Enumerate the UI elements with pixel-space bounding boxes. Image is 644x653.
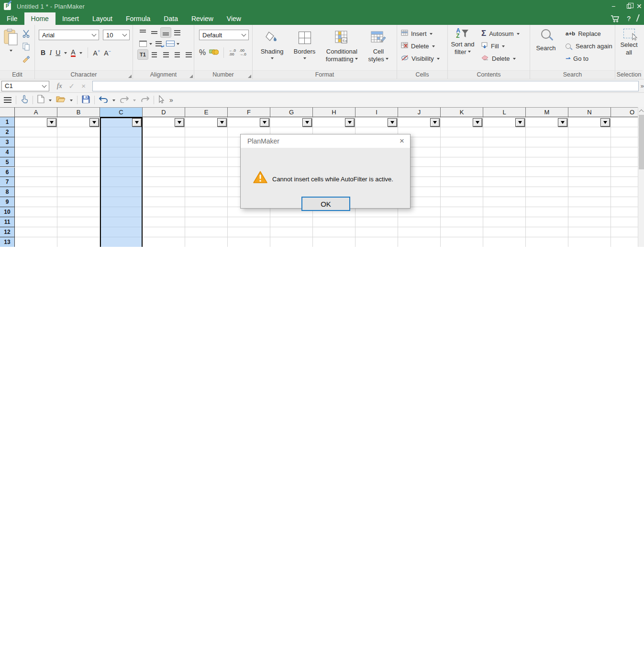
- autofilter-button-B[interactable]: [89, 118, 99, 127]
- select-all-corner[interactable]: [0, 107, 15, 117]
- column-header-D[interactable]: D: [143, 107, 185, 117]
- align-right-button[interactable]: [172, 50, 182, 59]
- row-header-2[interactable]: 2: [0, 127, 15, 137]
- cell-frame-button[interactable]: [138, 39, 148, 48]
- borders-button[interactable]: Borders: [294, 28, 316, 70]
- row-header-1[interactable]: 1: [0, 117, 15, 127]
- select-all-icon[interactable]: [623, 29, 635, 38]
- row-header-13[interactable]: 13: [0, 237, 15, 247]
- conditional-formatting-dropdown[interactable]: [355, 58, 358, 61]
- autofilter-button-I[interactable]: [388, 118, 397, 127]
- valign-bottom-button[interactable]: [161, 28, 171, 37]
- minimize-button[interactable]: −: [606, 0, 621, 12]
- repeat-icon[interactable]: [140, 96, 149, 105]
- dialog-title-bar[interactable]: PlanMaker ×: [241, 134, 410, 148]
- autofilter-button-M[interactable]: [558, 118, 567, 127]
- delete-contents-button[interactable]: Delete: [477, 52, 530, 65]
- tab-formula[interactable]: Formula: [119, 12, 157, 25]
- cut-icon[interactable]: [22, 30, 30, 40]
- percent-format-button[interactable]: %: [199, 48, 206, 57]
- save-icon[interactable]: [82, 95, 90, 105]
- delete-contents-dropdown[interactable]: [513, 58, 516, 61]
- row-header-6[interactable]: 6: [0, 167, 15, 177]
- align-left-button[interactable]: [149, 50, 159, 59]
- column-header-C[interactable]: C: [100, 107, 143, 117]
- autofilter-button-F[interactable]: [260, 118, 269, 127]
- column-header-L[interactable]: L: [483, 107, 526, 117]
- number-dialog-launcher[interactable]: [248, 75, 251, 78]
- select-all-button[interactable]: Selectall: [620, 41, 637, 56]
- undo-dropdown[interactable]: [112, 100, 115, 103]
- row-header-3[interactable]: 3: [0, 137, 15, 147]
- redo-icon[interactable]: [120, 96, 129, 105]
- ok-button[interactable]: OK: [301, 197, 350, 211]
- open-dropdown[interactable]: [70, 100, 73, 103]
- column-header-F[interactable]: F: [228, 107, 270, 117]
- row-header-9[interactable]: 9: [0, 197, 15, 207]
- row-header-4[interactable]: 4: [0, 147, 15, 157]
- autofilter-button-H[interactable]: [345, 118, 355, 127]
- grow-font-button[interactable]: A+: [93, 49, 100, 57]
- align-justify-button[interactable]: [184, 50, 194, 59]
- character-dialog-launcher[interactable]: [128, 75, 132, 78]
- formula-input[interactable]: [92, 81, 639, 91]
- visibility-dropdown[interactable]: [437, 58, 440, 61]
- autofilter-button-L[interactable]: [515, 118, 525, 127]
- alignment-dialog-launcher[interactable]: [189, 75, 193, 78]
- column-header-E[interactable]: E: [185, 107, 228, 117]
- merge-cells-dropdown[interactable]: [177, 43, 179, 46]
- fill-button[interactable]: Fill: [477, 40, 530, 52]
- column-header-A[interactable]: A: [15, 107, 57, 117]
- conditional-formatting-button[interactable]: ≤> Conditionalformatting: [326, 28, 358, 70]
- underline-dropdown[interactable]: [64, 52, 67, 55]
- delete-cells-button[interactable]: Delete: [397, 40, 447, 52]
- cell-frame-dropdown[interactable]: [149, 43, 152, 46]
- shading-dropdown[interactable]: [271, 57, 274, 61]
- restore-button[interactable]: [621, 0, 636, 12]
- column-header-G[interactable]: G: [270, 107, 313, 117]
- open-folder-icon[interactable]: [56, 95, 66, 105]
- column-header-B[interactable]: B: [57, 107, 100, 117]
- row-header-11[interactable]: 11: [0, 217, 15, 227]
- text-orientation-button[interactable]: T1: [138, 50, 148, 59]
- shading-button[interactable]: Shading: [261, 28, 284, 70]
- insert-function-button[interactable]: fx: [57, 82, 62, 90]
- merge-cells-button[interactable]: [165, 39, 175, 48]
- row-header-5[interactable]: 5: [0, 157, 15, 167]
- redo-dropdown[interactable]: [133, 100, 136, 103]
- insert-cells-button[interactable]: Insert: [397, 27, 447, 40]
- dialog-close-icon[interactable]: ×: [400, 136, 404, 146]
- selected-column-range[interactable]: [100, 117, 143, 247]
- valign-center-button[interactable]: [149, 28, 159, 37]
- underline-button[interactable]: U: [56, 49, 60, 56]
- autofilter-button-G[interactable]: [302, 118, 312, 127]
- tab-layout[interactable]: Layout: [86, 12, 119, 25]
- add-decimal-button[interactable]: ←.0.00: [229, 49, 236, 56]
- column-header-K[interactable]: K: [441, 107, 483, 117]
- remove-decimal-button[interactable]: .00→.0: [239, 49, 246, 56]
- row-header-8[interactable]: 8: [0, 187, 15, 197]
- column-header-M[interactable]: M: [526, 107, 568, 117]
- toolbar-overflow[interactable]: »: [169, 96, 173, 104]
- tab-review[interactable]: Review: [185, 12, 220, 25]
- help-icon[interactable]: ?: [627, 15, 631, 22]
- cancel-entry-button[interactable]: ×: [81, 82, 86, 90]
- formula-bar-overflow[interactable]: »: [641, 82, 644, 89]
- delete-dropdown[interactable]: [432, 45, 435, 49]
- row-header-10[interactable]: 10: [0, 207, 15, 217]
- autofilter-button-E[interactable]: [217, 118, 227, 127]
- borders-dropdown[interactable]: [303, 57, 306, 61]
- menu-icon[interactable]: [4, 97, 11, 103]
- close-button[interactable]: ✕: [636, 0, 644, 12]
- tab-data[interactable]: Data: [157, 12, 185, 25]
- scrollbar-thumb[interactable]: [639, 115, 644, 169]
- insert-dropdown[interactable]: [430, 33, 433, 36]
- paste-icon[interactable]: [4, 29, 18, 48]
- column-header-H[interactable]: H: [313, 107, 355, 117]
- column-header-J[interactable]: J: [398, 107, 441, 117]
- search-again-button[interactable]: Search again: [562, 40, 615, 52]
- cell-styles-dropdown[interactable]: [386, 58, 389, 61]
- tab-insert[interactable]: Insert: [56, 12, 86, 25]
- font-name-select[interactable]: Arial: [39, 30, 99, 40]
- fill-dropdown[interactable]: [502, 45, 505, 49]
